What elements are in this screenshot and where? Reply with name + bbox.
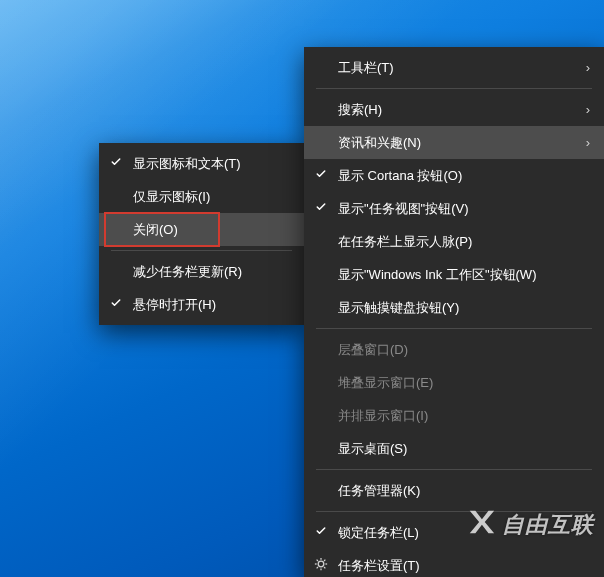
- desktop: 显示图标和文本(T) 仅显示图标(I) 关闭(O) 减少任务栏更新(R) 悬停时…: [0, 0, 604, 577]
- menu-item-cascade-windows: 层叠窗口(D): [304, 333, 604, 366]
- menu-item-show-windows-ink[interactable]: 显示"Windows Ink 工作区"按钮(W): [304, 258, 604, 291]
- menu-separator: [316, 469, 592, 470]
- menu-separator: [316, 511, 592, 512]
- menu-item-label: 资讯和兴趣(N): [338, 134, 576, 152]
- svg-point-0: [318, 561, 324, 567]
- check-icon: [315, 168, 327, 183]
- menu-item-show-desktop[interactable]: 显示桌面(S): [304, 432, 604, 465]
- chevron-right-icon: ›: [576, 135, 590, 150]
- menu-item-label: 关闭(O): [133, 221, 290, 239]
- menu-item-show-taskview[interactable]: 显示"任务视图"按钮(V): [304, 192, 604, 225]
- menu-item-label: 悬停时打开(H): [133, 296, 290, 314]
- menu-item-task-manager[interactable]: 任务管理器(K): [304, 474, 604, 507]
- menu-item-label: 显示 Cortana 按钮(O): [338, 167, 590, 185]
- chevron-right-icon: ›: [576, 102, 590, 117]
- menu-item-label: 工具栏(T): [338, 59, 576, 77]
- taskbar-context-menu: 工具栏(T)› 搜索(H)› 资讯和兴趣(N)› 显示 Cortana 按钮(O…: [304, 47, 604, 577]
- menu-item-show-touch-keyboard[interactable]: 显示触摸键盘按钮(Y): [304, 291, 604, 324]
- menu-item-search[interactable]: 搜索(H)›: [304, 93, 604, 126]
- submenu-news-interests: 显示图标和文本(T) 仅显示图标(I) 关闭(O) 减少任务栏更新(R) 悬停时…: [99, 143, 304, 325]
- menu-item-label: 显示"Windows Ink 工作区"按钮(W): [338, 266, 590, 284]
- menu-item-label: 仅显示图标(I): [133, 188, 290, 206]
- menu-item-label: 堆叠显示窗口(E): [338, 374, 590, 392]
- check-icon: [315, 525, 327, 540]
- menu-item-label: 在任务栏上显示人脉(P): [338, 233, 590, 251]
- menu-item-label: 任务管理器(K): [338, 482, 590, 500]
- svg-line-6: [324, 567, 325, 568]
- menu-item-side-by-side: 并排显示窗口(I): [304, 399, 604, 432]
- menu-item-label: 显示"任务视图"按钮(V): [338, 200, 590, 218]
- svg-line-8: [324, 560, 325, 561]
- menu-item-taskbar-settings[interactable]: 任务栏设置(T): [304, 549, 604, 577]
- check-icon: [110, 297, 122, 312]
- menu-separator: [111, 250, 292, 251]
- menu-item-lock-taskbar[interactable]: 锁定任务栏(L): [304, 516, 604, 549]
- svg-line-5: [317, 560, 318, 561]
- menu-item-label: 锁定任务栏(L): [338, 524, 590, 542]
- menu-item-label: 层叠窗口(D): [338, 341, 590, 359]
- menu-item-news-interests[interactable]: 资讯和兴趣(N)›: [304, 126, 604, 159]
- menu-item-label: 显示图标和文本(T): [133, 155, 290, 173]
- menu-item-label: 显示触摸键盘按钮(Y): [338, 299, 590, 317]
- menu-separator: [316, 328, 592, 329]
- chevron-right-icon: ›: [576, 60, 590, 75]
- submenu-item-open-on-hover[interactable]: 悬停时打开(H): [99, 288, 304, 321]
- check-icon: [110, 156, 122, 171]
- menu-item-show-cortana[interactable]: 显示 Cortana 按钮(O): [304, 159, 604, 192]
- menu-item-label: 并排显示窗口(I): [338, 407, 590, 425]
- submenu-item-show-icon-text[interactable]: 显示图标和文本(T): [99, 147, 304, 180]
- svg-line-7: [317, 567, 318, 568]
- menu-item-stack-windows: 堆叠显示窗口(E): [304, 366, 604, 399]
- menu-item-label: 显示桌面(S): [338, 440, 590, 458]
- submenu-item-icon-only[interactable]: 仅显示图标(I): [99, 180, 304, 213]
- submenu-item-close[interactable]: 关闭(O): [99, 213, 304, 246]
- menu-separator: [316, 88, 592, 89]
- menu-item-label: 减少任务栏更新(R): [133, 263, 290, 281]
- menu-item-label: 任务栏设置(T): [338, 557, 590, 575]
- menu-item-toolbars[interactable]: 工具栏(T)›: [304, 51, 604, 84]
- gear-icon: [314, 557, 328, 574]
- check-icon: [315, 201, 327, 216]
- menu-item-show-people[interactable]: 在任务栏上显示人脉(P): [304, 225, 604, 258]
- menu-item-label: 搜索(H): [338, 101, 576, 119]
- submenu-item-reduce-updates[interactable]: 减少任务栏更新(R): [99, 255, 304, 288]
